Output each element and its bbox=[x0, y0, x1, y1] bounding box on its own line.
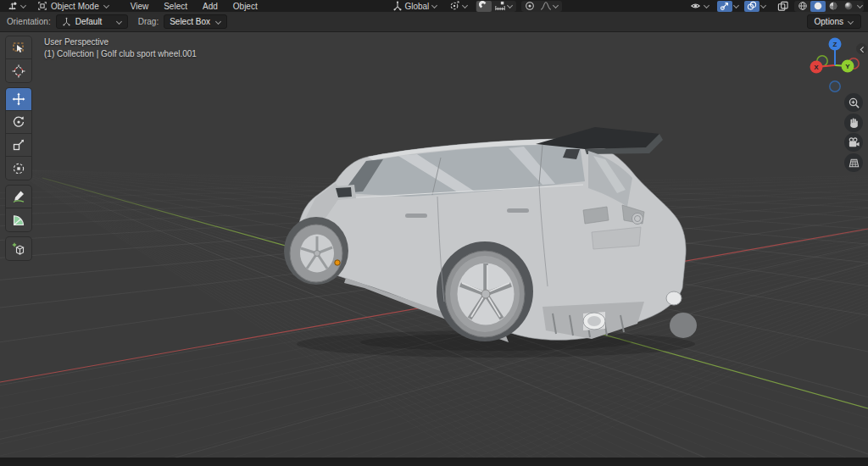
transform-orientation-selector[interactable]: Global bbox=[390, 1, 440, 12]
pivot-point-selector[interactable] bbox=[447, 1, 470, 12]
mode-selector[interactable]: Object Mode bbox=[34, 1, 113, 12]
measure-protractor-icon bbox=[12, 214, 25, 227]
mode-label: Object Mode bbox=[51, 2, 99, 11]
blender-window: Object Mode View Select Add Object Globa… bbox=[0, 0, 868, 466]
viewport-overlay-text: User Perspective (1) Collection | Golf c… bbox=[44, 36, 197, 60]
tool-select-box[interactable] bbox=[6, 36, 31, 59]
tool-cursor[interactable] bbox=[6, 59, 31, 82]
chevron-down-icon bbox=[506, 3, 513, 9]
snap-target-selector[interactable] bbox=[492, 1, 515, 12]
shading-solid-icon bbox=[813, 1, 823, 11]
menu-add[interactable]: Add bbox=[195, 1, 225, 12]
zoom-icon bbox=[848, 97, 860, 109]
chevron-down-icon bbox=[103, 3, 109, 9]
pivot-point-icon bbox=[449, 1, 459, 11]
drag-dropdown[interactable]: Select Box bbox=[164, 14, 227, 29]
pan-button[interactable] bbox=[844, 114, 863, 132]
chevron-down-icon bbox=[552, 3, 559, 9]
axis-x-ball[interactable] bbox=[810, 61, 823, 74]
tool-rotate[interactable] bbox=[6, 111, 31, 134]
menu-view[interactable]: View bbox=[123, 1, 157, 12]
snap-target-icon bbox=[494, 1, 506, 11]
car-model bbox=[0, 32, 868, 462]
shading-solid-button[interactable] bbox=[810, 1, 826, 12]
snapping-group bbox=[476, 1, 516, 12]
falloff-curve-icon bbox=[540, 1, 552, 11]
transform-orientation-icon bbox=[62, 17, 71, 26]
zoom-button[interactable] bbox=[844, 93, 863, 112]
proportional-editing-toggle[interactable] bbox=[522, 1, 537, 12]
drag-label: Drag: bbox=[138, 17, 159, 26]
snap-magnet-icon bbox=[479, 1, 489, 11]
shading-rendered-icon bbox=[843, 1, 854, 11]
axis-minus-y-ball[interactable] bbox=[817, 56, 827, 66]
camera-view-button[interactable] bbox=[844, 133, 863, 152]
chevron-down-icon bbox=[115, 19, 122, 25]
tool-move[interactable] bbox=[6, 88, 31, 111]
show-overlays-toggle[interactable] bbox=[744, 1, 760, 12]
xray-toggle[interactable] bbox=[775, 1, 791, 12]
axis-z-ball[interactable] bbox=[829, 38, 842, 51]
toggle-projection-icon bbox=[848, 157, 860, 169]
menu-object[interactable]: Object bbox=[225, 1, 265, 12]
tool-annotate[interactable] bbox=[6, 186, 31, 208]
tool-measure[interactable] bbox=[6, 208, 31, 231]
shading-material-icon bbox=[828, 1, 838, 11]
3d-cursor-icon bbox=[12, 64, 25, 78]
object-visibility-selector[interactable] bbox=[687, 1, 712, 12]
tool-add-cube[interactable] bbox=[6, 237, 31, 260]
chevron-down-icon bbox=[214, 19, 221, 25]
object-origin-dot bbox=[335, 260, 340, 265]
transform-orientation-icon bbox=[392, 1, 403, 11]
navigation-axis-gizmo[interactable]: X Y Z bbox=[805, 36, 865, 95]
shading-rendered-button[interactable] bbox=[841, 1, 856, 12]
menu-select[interactable]: Select bbox=[156, 1, 195, 12]
shading-material-button[interactable] bbox=[826, 1, 841, 12]
chevron-down-icon bbox=[703, 3, 709, 9]
axis-minus-z-ball[interactable] bbox=[830, 81, 840, 92]
show-gizmos-toggle[interactable] bbox=[717, 1, 732, 12]
display-controls bbox=[687, 1, 864, 12]
camera-view-icon bbox=[848, 136, 860, 149]
object-mode-icon bbox=[37, 1, 47, 11]
chevron-down-icon[interactable] bbox=[856, 3, 863, 9]
tool-transform[interactable] bbox=[6, 157, 31, 180]
show-gizmos-icon bbox=[720, 1, 730, 11]
editor-type-button[interactable] bbox=[4, 1, 29, 12]
chevron-down-icon bbox=[847, 19, 854, 25]
options-button[interactable]: Options bbox=[807, 14, 861, 29]
orientation-dropdown[interactable]: Default bbox=[56, 14, 128, 29]
horizon-fade bbox=[0, 32, 868, 252]
toggle-projection-button[interactable] bbox=[844, 153, 863, 172]
annotate-pencil-icon bbox=[12, 190, 25, 203]
chevron-down-icon[interactable] bbox=[760, 3, 766, 9]
axis-x-label: X bbox=[814, 64, 819, 71]
floor-grid bbox=[0, 32, 868, 462]
select-box-icon bbox=[12, 41, 25, 54]
menu-bar: View Select Add Object bbox=[123, 1, 265, 12]
axis-y-ball[interactable] bbox=[842, 60, 854, 73]
toolbar bbox=[6, 36, 31, 266]
chevron-left-icon bbox=[859, 46, 865, 53]
axis-minus-x-ball[interactable] bbox=[849, 58, 859, 69]
chevron-down-icon bbox=[461, 3, 468, 9]
editor-edge[interactable] bbox=[0, 458, 868, 462]
chevron-down-icon bbox=[431, 3, 437, 9]
scale-tool-icon bbox=[12, 138, 25, 152]
axis-z-label: Z bbox=[833, 41, 837, 48]
snap-toggle[interactable] bbox=[476, 1, 492, 12]
chevron-down-icon[interactable] bbox=[732, 3, 739, 9]
sidebar-toggle-button[interactable] bbox=[856, 43, 867, 54]
tool-scale[interactable] bbox=[6, 134, 31, 157]
3d-viewport-editor-icon bbox=[7, 1, 18, 12]
drag-dropdown-value: Select Box bbox=[170, 17, 210, 26]
shading-wireframe-button[interactable] bbox=[795, 1, 810, 12]
active-object-breadcrumb: (1) Collection | Golf club sport wheel.0… bbox=[44, 48, 197, 60]
pan-hand-icon bbox=[848, 117, 860, 129]
rotate-tool-icon bbox=[12, 115, 25, 129]
transform-tool-icon bbox=[12, 162, 25, 175]
add-cube-icon bbox=[12, 242, 25, 256]
falloff-selector[interactable] bbox=[537, 1, 561, 12]
3d-viewport-canvas[interactable]: User Perspective (1) Collection | Golf c… bbox=[0, 32, 868, 462]
proportional-editing-icon bbox=[525, 1, 535, 11]
